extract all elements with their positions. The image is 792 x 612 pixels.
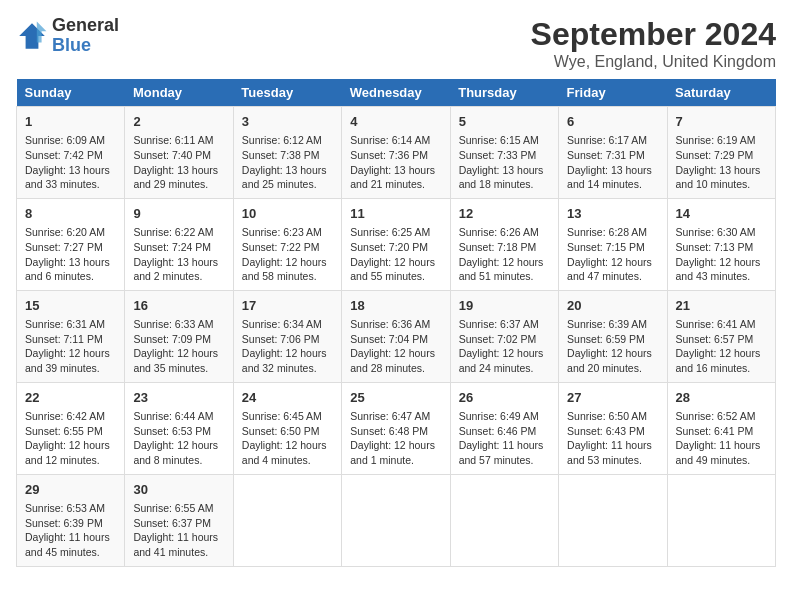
day-info-line: Daylight: 12 hours [25,346,116,361]
day-cell: 22Sunrise: 6:42 AMSunset: 6:55 PMDayligh… [17,382,125,474]
day-info-line: and 14 minutes. [567,177,658,192]
day-info-line: Daylight: 12 hours [25,438,116,453]
day-info-line: Daylight: 11 hours [25,530,116,545]
day-info-line: Sunrise: 6:19 AM [676,133,767,148]
day-number: 8 [25,205,116,223]
day-info-line: Sunrise: 6:55 AM [133,501,224,516]
day-number: 25 [350,389,441,407]
day-cell: 30Sunrise: 6:55 AMSunset: 6:37 PMDayligh… [125,474,233,566]
day-cell: 6Sunrise: 6:17 AMSunset: 7:31 PMDaylight… [559,107,667,199]
day-info-line: Daylight: 13 hours [25,163,116,178]
day-info-line: and 35 minutes. [133,361,224,376]
day-cell: 17Sunrise: 6:34 AMSunset: 7:06 PMDayligh… [233,290,341,382]
day-info-line: Sunrise: 6:42 AM [25,409,116,424]
day-info-line: Sunset: 7:11 PM [25,332,116,347]
day-number: 21 [676,297,767,315]
day-info-line: Daylight: 12 hours [567,346,658,361]
day-info-line: and 33 minutes. [25,177,116,192]
day-info-line: Sunrise: 6:44 AM [133,409,224,424]
day-info-line: Daylight: 12 hours [676,255,767,270]
day-info-line: Sunset: 6:57 PM [676,332,767,347]
day-info-line: Daylight: 13 hours [133,163,224,178]
day-cell: 8Sunrise: 6:20 AMSunset: 7:27 PMDaylight… [17,198,125,290]
day-info-line: and 49 minutes. [676,453,767,468]
day-number: 16 [133,297,224,315]
day-info-line: Daylight: 12 hours [133,346,224,361]
day-info-line: Sunset: 7:27 PM [25,240,116,255]
day-info-line: Sunrise: 6:17 AM [567,133,658,148]
day-number: 2 [133,113,224,131]
day-info-line: Daylight: 12 hours [133,438,224,453]
day-cell: 27Sunrise: 6:50 AMSunset: 6:43 PMDayligh… [559,382,667,474]
week-row-1: 1Sunrise: 6:09 AMSunset: 7:42 PMDaylight… [17,107,776,199]
day-info-line: Sunrise: 6:28 AM [567,225,658,240]
day-cell [233,474,341,566]
day-number: 27 [567,389,658,407]
day-info-line: and 41 minutes. [133,545,224,560]
day-info-line: Sunrise: 6:49 AM [459,409,550,424]
day-info-line: Daylight: 12 hours [567,255,658,270]
day-info-line: Sunrise: 6:15 AM [459,133,550,148]
day-info-line: Sunset: 7:04 PM [350,332,441,347]
day-info-line: and 57 minutes. [459,453,550,468]
day-cell [342,474,450,566]
day-info-line: and 45 minutes. [25,545,116,560]
day-cell: 16Sunrise: 6:33 AMSunset: 7:09 PMDayligh… [125,290,233,382]
day-info-line: Sunrise: 6:41 AM [676,317,767,332]
day-cell: 19Sunrise: 6:37 AMSunset: 7:02 PMDayligh… [450,290,558,382]
day-info-line: Daylight: 12 hours [459,255,550,270]
day-info-line: Daylight: 13 hours [350,163,441,178]
calendar-table: SundayMondayTuesdayWednesdayThursdayFrid… [16,79,776,567]
day-info-line: and 25 minutes. [242,177,333,192]
day-cell: 10Sunrise: 6:23 AMSunset: 7:22 PMDayligh… [233,198,341,290]
day-number: 1 [25,113,116,131]
day-info-line: Sunrise: 6:25 AM [350,225,441,240]
column-header-sunday: Sunday [17,79,125,107]
day-info-line: Sunrise: 6:52 AM [676,409,767,424]
day-number: 7 [676,113,767,131]
column-header-thursday: Thursday [450,79,558,107]
day-info-line: Sunset: 6:39 PM [25,516,116,531]
day-info-line: and 55 minutes. [350,269,441,284]
day-info-line: Sunset: 6:41 PM [676,424,767,439]
day-number: 5 [459,113,550,131]
day-info-line: Daylight: 13 hours [459,163,550,178]
day-cell: 9Sunrise: 6:22 AMSunset: 7:24 PMDaylight… [125,198,233,290]
day-info-line: and 20 minutes. [567,361,658,376]
day-info-line: and 24 minutes. [459,361,550,376]
day-info-line: Daylight: 11 hours [567,438,658,453]
logo: General Blue [16,16,119,56]
day-number: 22 [25,389,116,407]
week-row-3: 15Sunrise: 6:31 AMSunset: 7:11 PMDayligh… [17,290,776,382]
day-info-line: Daylight: 12 hours [350,438,441,453]
day-info-line: Sunset: 6:37 PM [133,516,224,531]
day-number: 10 [242,205,333,223]
day-info-line: Sunrise: 6:30 AM [676,225,767,240]
day-info-line: Sunset: 7:42 PM [25,148,116,163]
logo-icon [16,20,48,52]
calendar-body: 1Sunrise: 6:09 AMSunset: 7:42 PMDaylight… [17,107,776,567]
day-info-line: and 39 minutes. [25,361,116,376]
day-number: 13 [567,205,658,223]
day-info-line: Sunrise: 6:36 AM [350,317,441,332]
day-cell: 4Sunrise: 6:14 AMSunset: 7:36 PMDaylight… [342,107,450,199]
day-number: 12 [459,205,550,223]
day-number: 28 [676,389,767,407]
day-cell: 7Sunrise: 6:19 AMSunset: 7:29 PMDaylight… [667,107,775,199]
day-info-line: Sunrise: 6:23 AM [242,225,333,240]
day-number: 4 [350,113,441,131]
day-info-line: Sunrise: 6:14 AM [350,133,441,148]
day-info-line: Sunset: 6:50 PM [242,424,333,439]
day-info-line: Sunrise: 6:53 AM [25,501,116,516]
day-cell: 2Sunrise: 6:11 AMSunset: 7:40 PMDaylight… [125,107,233,199]
day-info-line: Sunset: 7:38 PM [242,148,333,163]
title-block: September 2024 Wye, England, United King… [531,16,776,71]
logo-line1: General [52,16,119,36]
day-cell: 3Sunrise: 6:12 AMSunset: 7:38 PMDaylight… [233,107,341,199]
day-info-line: and 12 minutes. [25,453,116,468]
main-title: September 2024 [531,16,776,53]
day-info-line: Sunrise: 6:22 AM [133,225,224,240]
day-info-line: Sunrise: 6:26 AM [459,225,550,240]
day-info-line: Daylight: 12 hours [242,438,333,453]
day-cell: 23Sunrise: 6:44 AMSunset: 6:53 PMDayligh… [125,382,233,474]
